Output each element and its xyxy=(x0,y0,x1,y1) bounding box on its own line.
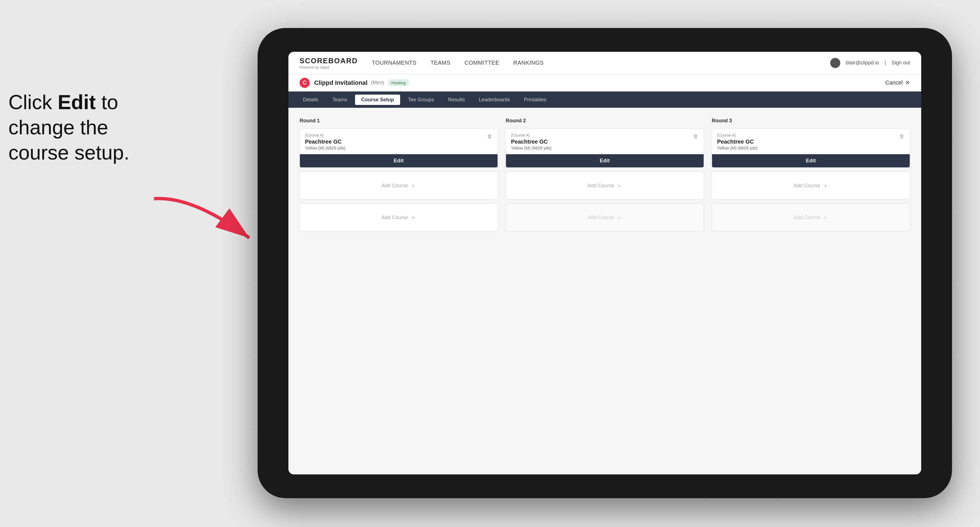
round-1-add-course-text-1: Add Course ＋ xyxy=(381,182,416,189)
round-1-course-name: Peachtree GC xyxy=(305,138,493,145)
close-icon[interactable]: ✕ xyxy=(905,79,910,86)
round-3-course-card: 🗑 (Course A) Peachtree GC Yellow (M) (66… xyxy=(712,128,910,168)
round-3-course-info: (Course A) Peachtree GC Yellow (M) (6629… xyxy=(712,129,910,150)
round-1-course-detail: Yellow (M) (6629 yds) xyxy=(305,146,493,150)
logo-sub-text: Powered by clippd xyxy=(300,65,358,70)
round-2-add-course-1[interactable]: Add Course ＋ xyxy=(506,171,704,200)
round-2-course-tag: (Course A) xyxy=(511,133,698,137)
trash-icon: 🗑 xyxy=(898,132,906,140)
round-2-course-detail: Yellow (M) (6629 yds) xyxy=(511,146,698,150)
tablet-device: SCOREBOARD Powered by clippd TOURNAMENTS… xyxy=(258,28,952,498)
round-1-course-info: (Course A) Peachtree GC Yellow (M) (6629… xyxy=(300,129,498,150)
round-1-course-tag: (Course A) xyxy=(305,133,493,137)
user-avatar xyxy=(830,58,840,68)
round-1-delete-icon[interactable]: 🗑 xyxy=(486,132,494,140)
round-1-add-course-1[interactable]: Add Course ＋ xyxy=(300,171,498,200)
plus-icon-5: ＋ xyxy=(822,182,828,189)
round-1-course-card: 🗑 (Course A) Peachtree GC Yellow (M) (66… xyxy=(300,128,498,168)
nav-rankings[interactable]: RANKINGS xyxy=(513,60,544,66)
round-3-add-course-text-1: Add Course ＋ xyxy=(794,182,828,189)
tab-printables[interactable]: Printables xyxy=(518,95,552,105)
round-3-column: Round 3 🗑 (Course A) Peachtree GC Yellow… xyxy=(712,118,910,235)
nav-committee[interactable]: COMMITTEE xyxy=(465,60,500,66)
sub-header: C Clippd Invitational (Men) Hosting Canc… xyxy=(288,74,921,92)
hosting-badge: Hosting xyxy=(388,79,409,86)
tab-results[interactable]: Results xyxy=(442,95,471,105)
round-2-label: Round 2 xyxy=(506,118,704,124)
plus-icon-6: ＋ xyxy=(822,214,828,221)
sign-out-link[interactable]: Sign out xyxy=(891,60,910,66)
round-1-edit-button[interactable]: Edit xyxy=(300,154,498,167)
tournament-gender: (Men) xyxy=(371,80,384,86)
nav-teams[interactable]: TEAMS xyxy=(430,60,450,66)
round-1-add-course-2[interactable]: Add Course ＋ xyxy=(300,203,498,232)
top-navigation: SCOREBOARD Powered by clippd TOURNAMENTS… xyxy=(288,52,921,74)
scoreboard-logo: SCOREBOARD Powered by clippd xyxy=(300,57,358,70)
round-2-delete-icon[interactable]: 🗑 xyxy=(692,132,700,140)
round-3-course-tag: (Course A) xyxy=(717,133,905,137)
nav-separator: | xyxy=(885,60,886,66)
plus-icon-4: ＋ xyxy=(617,214,622,221)
tab-tee-groups[interactable]: Tee Groups xyxy=(402,95,440,105)
round-2-course-card: 🗑 (Course A) Peachtree GC Yellow (M) (66… xyxy=(506,128,704,168)
round-2-add-course-text-1: Add Course ＋ xyxy=(587,182,622,189)
round-2-add-course-text-2: Add Course ＋ xyxy=(587,214,622,221)
round-1-column: Round 1 🗑 (Course A) Peachtree GC Yellow… xyxy=(300,118,498,235)
round-2-edit-button[interactable]: Edit xyxy=(506,154,704,167)
round-3-delete-icon[interactable]: 🗑 xyxy=(898,132,906,140)
round-3-label: Round 3 xyxy=(712,118,910,124)
tablet-screen: SCOREBOARD Powered by clippd TOURNAMENTS… xyxy=(288,52,921,475)
round-3-course-name: Peachtree GC xyxy=(717,138,905,145)
round-2-add-course-2: Add Course ＋ xyxy=(506,203,704,232)
plus-icon-3: ＋ xyxy=(617,182,622,189)
round-3-add-course-1[interactable]: Add Course ＋ xyxy=(712,171,910,200)
user-email: blair@clippd.io xyxy=(846,60,879,66)
nav-right: blair@clippd.io | Sign out xyxy=(830,58,910,68)
plus-icon-1: ＋ xyxy=(410,182,416,189)
round-1-add-course-text-2: Add Course ＋ xyxy=(381,214,416,221)
tab-leaderboards[interactable]: Leaderboards xyxy=(473,95,516,105)
tab-bar: Details Teams Course Setup Tee Groups Re… xyxy=(288,92,921,108)
round-3-course-detail: Yellow (M) (6629 yds) xyxy=(717,146,905,150)
tab-teams[interactable]: Teams xyxy=(326,95,353,105)
nav-tournaments[interactable]: TOURNAMENTS xyxy=(372,60,417,66)
tab-details[interactable]: Details xyxy=(297,95,325,105)
clippd-logo: C xyxy=(300,78,310,88)
round-3-add-course-2: Add Course ＋ xyxy=(712,203,910,232)
trash-icon: 🗑 xyxy=(486,132,494,140)
round-3-add-course-text-2: Add Course ＋ xyxy=(794,214,828,221)
nav-links: TOURNAMENTS TEAMS COMMITTEE RANKINGS xyxy=(372,60,830,66)
tab-course-setup[interactable]: Course Setup xyxy=(355,95,400,105)
rounds-container: Round 1 🗑 (Course A) Peachtree GC Yellow… xyxy=(300,118,910,235)
logo-main-text: SCOREBOARD xyxy=(300,57,358,65)
main-content: Round 1 🗑 (Course A) Peachtree GC Yellow… xyxy=(288,108,921,475)
plus-icon-2: ＋ xyxy=(410,214,416,221)
tournament-title: Clippd Invitational xyxy=(314,79,368,86)
round-2-course-info: (Course A) Peachtree GC Yellow (M) (6629… xyxy=(506,129,704,150)
round-2-column: Round 2 🗑 (Course A) Peachtree GC Yellow… xyxy=(506,118,704,235)
round-1-label: Round 1 xyxy=(300,118,498,124)
cancel-button[interactable]: Cancel ✕ xyxy=(885,79,910,86)
trash-icon: 🗑 xyxy=(692,132,700,140)
round-3-edit-button[interactable]: Edit xyxy=(712,154,910,167)
round-2-course-name: Peachtree GC xyxy=(511,138,698,145)
instruction-text: Click Edit tochange thecourse setup. xyxy=(8,90,188,165)
